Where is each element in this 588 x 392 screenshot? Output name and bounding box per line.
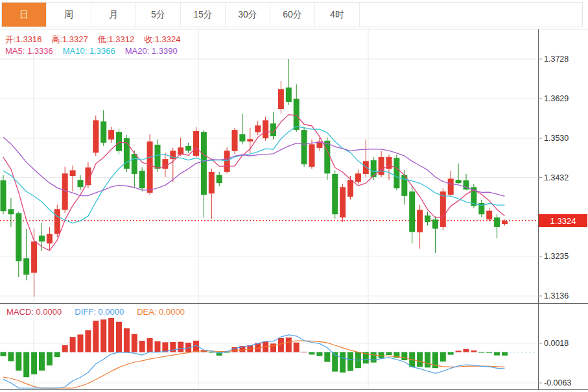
ma20-value: MA20: 1.3390 (125, 46, 178, 56)
last-price-tag: 1.3324 (539, 214, 587, 227)
dea-value: DEA: 0.0000 (137, 307, 185, 317)
close-value: 收:1.3324 (144, 34, 180, 45)
ma10-value: MA10: 1.3366 (63, 46, 115, 56)
ma-header: MA5: 1.3336 MA10: 1.3366 MA20: 1.3390 (5, 46, 178, 56)
ohlc-header: 开:1.3316 高:1.3327 低:1.3312 收:1.3324 (5, 34, 181, 45)
ma5-value: MA5: 1.3336 (5, 46, 53, 56)
low-value: 低:1.3312 (98, 34, 134, 45)
open-value: 开:1.3316 (5, 34, 41, 45)
macd-header: MACD: 0.0000 DIFF: 0.0000 DEA: 0.0000 (6, 307, 185, 317)
macd-value: MACD: 0.0000 (6, 307, 62, 317)
candlestick-chart[interactable] (0, 0, 588, 392)
high-value: 高:1.3327 (51, 34, 88, 45)
diff-value: DIFF: 0.0000 (75, 307, 124, 317)
